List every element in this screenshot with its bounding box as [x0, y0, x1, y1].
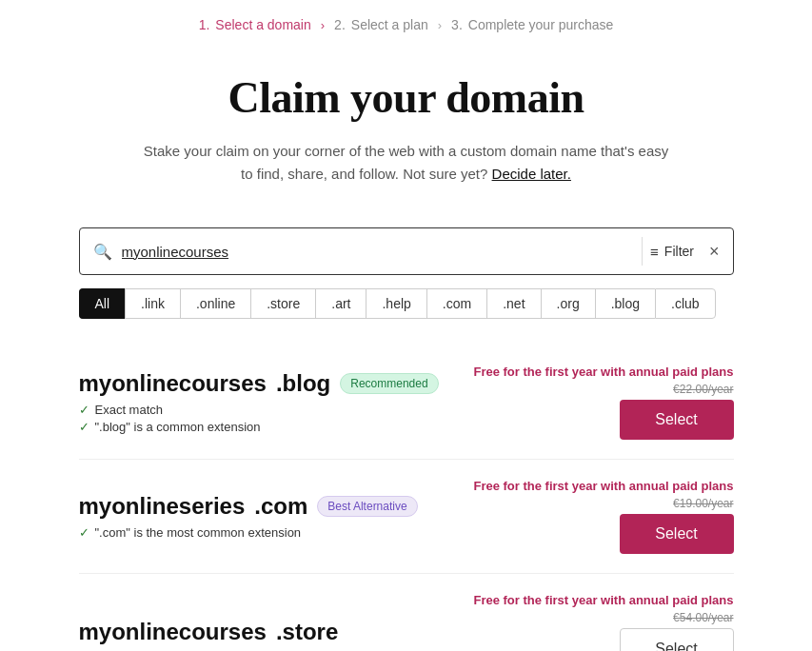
page-title: Claim your domain: [0, 72, 812, 123]
price-original-2: €19.00/year: [673, 497, 733, 510]
clear-button[interactable]: ×: [709, 242, 720, 262]
price-free-2: Free for the first year with annual paid…: [473, 479, 733, 493]
pill-link[interactable]: .link: [125, 288, 180, 319]
step-2-number: 2.: [334, 17, 346, 32]
filter-label: Filter: [664, 244, 694, 259]
domain-base-2: myonlineseries: [79, 493, 246, 520]
result-right-store: Free for the first year with annual paid…: [473, 593, 733, 651]
feature-text-1b: ".blog" is a common extension: [95, 420, 261, 434]
domain-base-3: myonlinecourses: [79, 619, 267, 645]
select-button-blog[interactable]: Select: [620, 400, 734, 440]
search-bar: 🔍 ≡ Filter ×: [79, 227, 734, 275]
domain-ext-1: .blog: [276, 370, 330, 397]
pill-online[interactable]: .online: [180, 288, 250, 319]
pill-store[interactable]: .store: [250, 288, 315, 319]
pill-org[interactable]: .org: [541, 288, 595, 319]
pill-net[interactable]: .net: [486, 288, 540, 319]
decide-later-link[interactable]: Decide later.: [492, 166, 571, 182]
result-domain-blog: myonlinecourses.blog Recommended: [79, 370, 439, 397]
result-item-blog: myonlinecourses.blog Recommended ✓ Exact…: [79, 345, 734, 460]
result-left-store: myonlinecourses.store: [79, 619, 339, 645]
filter-pills: All .link .online .store .art .help .com…: [79, 288, 734, 319]
filter-button[interactable]: ≡ Filter: [642, 237, 702, 266]
pill-blog[interactable]: .blog: [595, 288, 655, 319]
domain-ext-3: .store: [276, 619, 338, 645]
result-left-blog: myonlinecourses.blog Recommended ✓ Exact…: [79, 370, 439, 434]
search-results: myonlinecourses.blog Recommended ✓ Exact…: [64, 345, 749, 651]
chevron-icon-2: ›: [438, 18, 442, 32]
filter-icon: ≡: [650, 244, 659, 260]
pill-club[interactable]: .club: [655, 288, 716, 319]
step-1-number: 1.: [199, 17, 210, 32]
feature-item-2a: ✓ ".com" is the most common extension: [79, 525, 418, 540]
step-2-label: Select a plan: [351, 17, 428, 32]
feature-item-1a: ✓ Exact match: [79, 403, 439, 417]
result-left-com: myonlineseries.com Best Alternative ✓ ".…: [79, 493, 418, 540]
result-item-store: myonlinecourses.store Free for the first…: [79, 574, 734, 651]
result-item-com: myonlineseries.com Best Alternative ✓ ".…: [79, 460, 734, 574]
result-right-blog: Free for the first year with annual paid…: [473, 365, 733, 440]
badge-recommended-1: Recommended: [340, 373, 438, 394]
breadcrumb-step-2[interactable]: 2. Select a plan: [334, 17, 428, 32]
breadcrumb-step-3: 3. Complete your purchase: [451, 17, 613, 32]
hero-subtitle: Stake your claim on your corner of the w…: [140, 140, 673, 186]
result-features-2: ✓ ".com" is the most common extension: [79, 525, 418, 540]
result-domain-com: myonlineseries.com Best Alternative: [79, 493, 418, 520]
search-icon: 🔍: [93, 243, 112, 261]
pill-art[interactable]: .art: [315, 288, 366, 319]
select-button-com[interactable]: Select: [620, 514, 734, 554]
feature-text-2a: ".com" is the most common extension: [95, 525, 302, 540]
feature-text-1a: Exact match: [95, 403, 164, 417]
search-container: 🔍 ≡ Filter × All .link .online .store .a…: [64, 227, 749, 319]
check-icon-2a: ✓: [79, 525, 89, 540]
hero-section: Claim your domain Stake your claim on yo…: [0, 46, 812, 205]
select-button-store[interactable]: Select: [620, 628, 734, 651]
domain-ext-2: .com: [254, 493, 307, 520]
step-1-label: Select a domain: [215, 17, 310, 32]
check-icon-1a: ✓: [79, 403, 89, 417]
chevron-icon-1: ›: [321, 18, 325, 32]
result-right-com: Free for the first year with annual paid…: [473, 479, 733, 554]
pill-com[interactable]: .com: [426, 288, 486, 319]
pill-help[interactable]: .help: [366, 288, 426, 319]
price-original-1: €22.00/year: [673, 383, 733, 396]
price-free-3: Free for the first year with annual paid…: [473, 593, 733, 607]
breadcrumb: 1. Select a domain › 2. Select a plan › …: [0, 0, 812, 46]
feature-item-1b: ✓ ".blog" is a common extension: [79, 420, 439, 434]
price-free-1: Free for the first year with annual paid…: [473, 365, 733, 379]
pill-all[interactable]: All: [79, 288, 126, 319]
step-3-number: 3.: [451, 17, 463, 32]
search-input[interactable]: [122, 244, 637, 260]
step-3-label: Complete your purchase: [468, 17, 614, 32]
result-domain-store: myonlinecourses.store: [79, 619, 339, 645]
domain-base-1: myonlinecourses: [79, 370, 267, 397]
subtitle-text: Stake your claim on your corner of the w…: [144, 143, 668, 182]
breadcrumb-step-1: 1. Select a domain: [199, 17, 311, 32]
badge-alternative-2: Best Alternative: [317, 496, 417, 517]
check-icon-1b: ✓: [79, 420, 89, 434]
price-original-3: €54.00/year: [673, 611, 733, 624]
result-features-1: ✓ Exact match ✓ ".blog" is a common exte…: [79, 403, 439, 434]
